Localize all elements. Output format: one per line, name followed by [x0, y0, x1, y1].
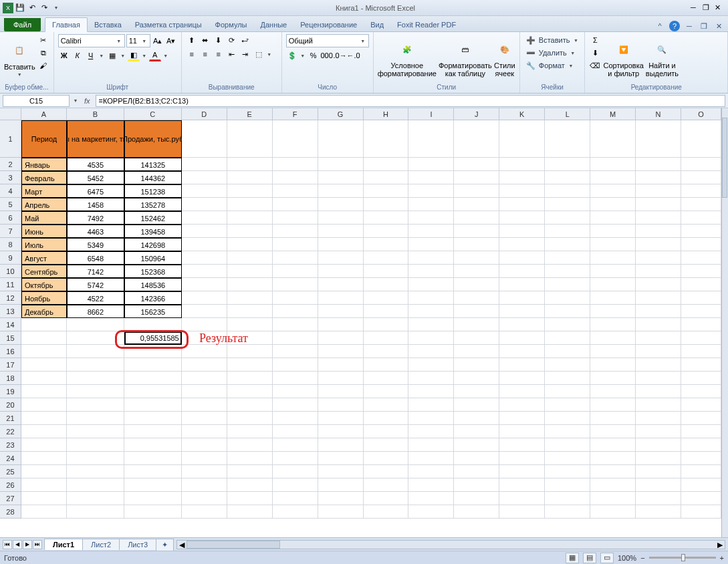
cell[interactable]	[227, 505, 273, 519]
font-name-combo[interactable]: Calibri▼	[58, 34, 125, 47]
sheet-tab-2[interactable]: Лист2	[82, 539, 120, 550]
cell[interactable]	[590, 425, 636, 438]
cell[interactable]	[21, 345, 67, 358]
cell[interactable]	[636, 184, 681, 198]
cell[interactable]	[681, 358, 721, 372]
cell[interactable]	[364, 345, 409, 358]
cell[interactable]	[227, 398, 273, 412]
cell[interactable]	[590, 505, 636, 519]
cell[interactable]	[681, 385, 721, 398]
cell[interactable]	[454, 505, 499, 519]
cell[interactable]	[636, 385, 681, 398]
column-header[interactable]: J	[454, 108, 499, 120]
row-header[interactable]: 13	[0, 305, 21, 318]
cell[interactable]: 6475	[67, 184, 124, 198]
tab-foxit[interactable]: Foxit Reader PDF	[390, 18, 463, 31]
cell[interactable]	[681, 184, 721, 198]
cell[interactable]	[590, 438, 636, 452]
cell[interactable]	[364, 278, 409, 291]
increase-decimal-icon[interactable]: .0→	[334, 49, 346, 61]
zoom-in-icon[interactable]: +	[720, 554, 724, 562]
cell[interactable]	[182, 225, 227, 238]
cell[interactable]	[182, 251, 227, 265]
cell[interactable]	[590, 251, 636, 265]
cell[interactable]	[364, 238, 409, 251]
cell[interactable]	[318, 331, 364, 345]
cell[interactable]	[636, 412, 681, 425]
cell[interactable]	[364, 225, 409, 238]
close-icon[interactable]: ✕	[715, 3, 724, 13]
cell[interactable]	[273, 478, 318, 492]
cell[interactable]	[454, 265, 499, 278]
decrease-decimal-icon[interactable]: ←.0	[348, 49, 360, 61]
cell[interactable]	[124, 412, 182, 425]
cell[interactable]	[273, 211, 318, 225]
minimize-ribbon-icon[interactable]: ^	[654, 21, 665, 31]
cell[interactable]: Июнь	[21, 225, 67, 238]
cell[interactable]	[636, 505, 681, 519]
cell[interactable]	[67, 452, 124, 465]
cell[interactable]	[590, 211, 636, 225]
cell[interactable]	[21, 478, 67, 492]
cell[interactable]	[227, 251, 273, 265]
cell[interactable]	[182, 120, 227, 158]
cell[interactable]	[227, 184, 273, 198]
cell[interactable]	[499, 358, 545, 372]
cell[interactable]: 139458	[124, 225, 182, 238]
cell[interactable]	[681, 398, 721, 412]
cell[interactable]	[227, 425, 273, 438]
cell[interactable]	[681, 505, 721, 519]
cell[interactable]	[545, 505, 590, 519]
cell[interactable]	[364, 158, 409, 171]
borders-icon[interactable]: ▦	[106, 49, 118, 61]
cell[interactable]	[590, 385, 636, 398]
cell[interactable]	[545, 120, 590, 158]
cell[interactable]	[454, 425, 499, 438]
column-header[interactable]: A	[21, 108, 67, 120]
cell[interactable]	[590, 478, 636, 492]
cell[interactable]	[454, 438, 499, 452]
cell[interactable]: 142366	[124, 291, 182, 305]
cell[interactable]	[408, 331, 454, 345]
row-header[interactable]: 24	[0, 452, 21, 465]
cell[interactable]	[21, 465, 67, 478]
row-header[interactable]: 10	[0, 265, 21, 278]
cell[interactable]: 144362	[124, 171, 182, 184]
cell[interactable]	[408, 385, 454, 398]
cell[interactable]: 6548	[67, 251, 124, 265]
scroll-left-icon[interactable]: ◀	[177, 541, 187, 549]
align-left-icon[interactable]: ≡	[186, 48, 198, 60]
cell[interactable]: 5349	[67, 238, 124, 251]
percent-icon[interactable]: %	[308, 49, 320, 61]
cell[interactable]	[545, 265, 590, 278]
cell[interactable]	[408, 120, 454, 158]
cell[interactable]	[499, 438, 545, 452]
cell[interactable]	[545, 198, 590, 211]
cell[interactable]	[499, 291, 545, 305]
cell[interactable]	[499, 211, 545, 225]
sheet-nav-last-icon[interactable]: ⏭	[33, 540, 42, 549]
cell[interactable]	[636, 465, 681, 478]
cell[interactable]: 5742	[67, 278, 124, 291]
cell[interactable]: 5452	[67, 171, 124, 184]
cell-styles-icon[interactable]: 🎨	[494, 39, 515, 60]
undo-icon[interactable]: ↶	[27, 3, 37, 13]
cell[interactable]	[318, 438, 364, 452]
cell[interactable]	[454, 251, 499, 265]
zoom-level[interactable]: 100%	[618, 554, 636, 562]
cell[interactable]	[273, 251, 318, 265]
fill-icon[interactable]: ⬇	[589, 47, 601, 59]
cell[interactable]	[499, 492, 545, 505]
cell[interactable]: Октябрь	[21, 278, 67, 291]
cell[interactable]	[273, 438, 318, 452]
cell[interactable]	[681, 412, 721, 425]
cell[interactable]	[67, 372, 124, 385]
cell[interactable]: 4535	[67, 158, 124, 171]
cell[interactable]	[681, 345, 721, 358]
cell[interactable]	[454, 465, 499, 478]
cell[interactable]	[67, 398, 124, 412]
copy-icon[interactable]: ⧉	[37, 47, 49, 59]
cell[interactable]	[318, 385, 364, 398]
cell[interactable]	[454, 412, 499, 425]
cell[interactable]	[67, 505, 124, 519]
